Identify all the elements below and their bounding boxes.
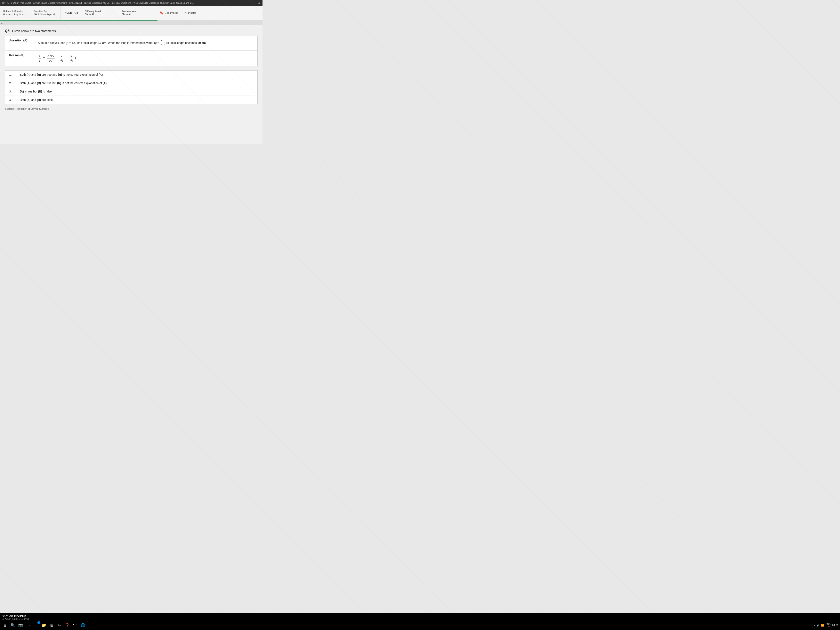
assertion-label: Assertion (A): [5,36,34,51]
option-4-num: 4. [5,96,16,104]
fraction-1f: 1 f [39,54,41,63]
assertion-reason-table: Assertion (A): A double convex lens (μ =… [5,36,257,66]
difficulty-chevron-icon: ▾ [115,10,117,12]
reason-label: Reason (R): [5,51,34,66]
ncert-label: NCERT Qs [65,11,78,14]
fraction-1r2: 1 R2 [70,54,73,63]
browser-tab-bar: om - AR & Other Type MCQs Ray Optics and… [0,0,262,6]
ncert-button[interactable]: NCERT Qs [60,6,82,20]
fraction-mu-diff: μl−μm μm [47,54,55,63]
options-table: 1. Both (A) and (R) are true and (R) is … [5,70,257,104]
incorrect-button[interactable]: ✕ Incorre [181,6,199,20]
question-intro: Given below are two statements: [12,29,57,33]
reason-content: 1 f = μl−μm μm ( 1 R1 [34,51,257,66]
option-3-num: 3. [5,87,16,96]
subject-chapter-filter: Subject & Chapter Physics - Ray Optic... [0,6,30,20]
previous-year-label: Previous Year [122,10,137,13]
option-row-4[interactable]: 4. Both (A) and (R) are false. [5,96,257,104]
tab-title: om - AR & Other Type MCQs Ray Optics and… [2,2,256,4]
collapse-strip[interactable]: ◀ [0,21,262,25]
filter-bar: Subject & Chapter Physics - Ray Optic...… [0,6,262,20]
option-row-1[interactable]: 1. Both (A) and (R) are true and (R) is … [5,71,257,79]
question-header: Q5: Given below are two statements: [5,29,257,33]
subtopic-label: Subtopic: [5,107,15,111]
option-1-num: 1. [5,71,16,79]
main-content: Q5: Given below are two statements: Asse… [0,25,262,144]
collapse-arrow-icon: ◀ [1,22,2,24]
incorrect-label: Incorre [188,11,196,14]
question-set-label: Question Set [34,10,57,12]
difficulty-value: Show All [85,13,117,16]
question-set-filter: Question Set AR & Other Type M... [30,6,60,20]
option-1-text: Both (A) and (R) are true and (R) is the… [16,71,257,79]
option-2-text: Both (A) and (R) are true but (R) is not… [16,79,257,87]
bookmarks-button[interactable]: 🔖 Bookmarks [156,6,181,20]
previous-year-value: Show All [122,13,153,16]
subject-chapter-label: Subject & Chapter [3,10,27,12]
question-number: Q5: [5,29,11,33]
previous-year-dropdown[interactable]: Previous Year ▾ Show All [119,6,156,20]
subject-chapter-value: Physics - Ray Optic... [3,13,27,16]
previous-year-chevron-icon: ▾ [152,10,153,12]
fraction-4-3: 4 3 [161,39,163,47]
assertion-row: Assertion (A): A double convex lens (μ =… [5,36,257,51]
option-row-3[interactable]: 3. (A) is true but (R) is false. [5,87,257,96]
option-3-text: (A) is true but (R) is false. [16,87,257,96]
assertion-content: A double convex lens (μ = 1.5) has focal… [34,36,257,51]
option-2-num: 2. [5,79,16,87]
incorrect-x-icon: ✕ [184,11,187,15]
subtopic-value: Refraction at Curved Surface | [16,107,49,111]
option-4-text: Both (A) and (R) are false. [16,96,257,104]
difficulty-dropdown[interactable]: Difficulty Level ▾ Show All [82,6,119,20]
pin-icon[interactable]: ★ [258,1,261,5]
option-row-2[interactable]: 2. Both (A) and (R) are true but (R) is … [5,79,257,87]
reason-row: Reason (R): 1 f = μl−μm μm ( [5,51,257,66]
question-set-value: AR & Other Type M... [34,13,57,16]
bookmark-icon: 🔖 [159,11,163,15]
bookmarks-label: Bookmarks [165,11,178,14]
difficulty-label: Difficulty Level [85,10,101,13]
fraction-1r1: 1 R1 [60,54,63,63]
assertion-reason-card: Assertion (A): A double convex lens (μ =… [5,36,257,66]
subtopic: Subtopic: Refraction at Curved Surface | [5,107,257,111]
